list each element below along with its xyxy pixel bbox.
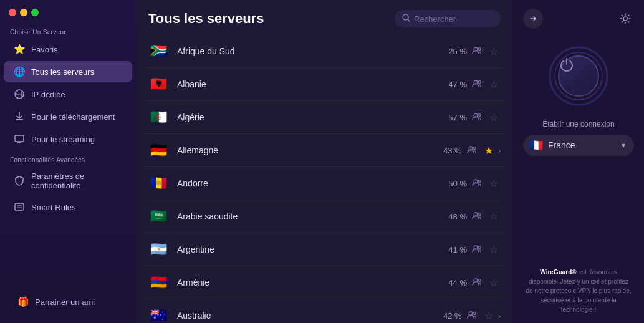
sidebar-item-refer[interactable]: 🎁 Parrainer un ami (7, 291, 128, 312)
server-flag: 🇦🇺 (148, 306, 168, 323)
server-name: Arménie (177, 277, 441, 287)
chevron-down-icon: ▾ (622, 141, 625, 150)
star-button[interactable]: ☆ (484, 310, 493, 322)
traffic-lights (0, 0, 136, 22)
sidebar-item-label: Pour le téléchargement (31, 112, 115, 122)
server-flag: 🇸🇦 (148, 206, 168, 226)
server-flag: 🇩🇿 (148, 107, 168, 127)
connect-button[interactable] (523, 9, 543, 29)
sidebar-item-smart-rules[interactable]: Smart Rules (4, 196, 132, 218)
svg-rect-7 (15, 203, 24, 210)
sidebar-item-label: IP dédiée (31, 90, 65, 99)
server-load: 44 % (441, 278, 467, 287)
server-row[interactable]: 🇸🇦 Arabie saoudite 48 % ☆ (143, 200, 506, 233)
sidebar-item-label: Parrainer un ami (35, 297, 95, 307)
users-icon (472, 178, 482, 188)
server-name: Algérie (177, 112, 441, 122)
svg-point-25 (478, 246, 481, 249)
users-icon (472, 46, 482, 56)
main-header: Tous les serveurs (136, 0, 513, 35)
streaming-icon (14, 133, 25, 145)
star-button[interactable]: ☆ (489, 79, 498, 90)
sidebar-item-download[interactable]: Pour le téléchargement (4, 106, 132, 127)
close-button[interactable] (9, 9, 16, 16)
download-icon (14, 111, 25, 122)
search-icon (402, 14, 410, 24)
users-icon (472, 112, 482, 122)
server-row[interactable]: 🇦🇺 Australie 42 % ☆ › (143, 299, 506, 323)
power-ring (547, 45, 610, 107)
server-name: Argentine (177, 244, 441, 254)
users-icon (467, 311, 477, 321)
expand-icon: › (498, 311, 501, 321)
star-button[interactable]: ☆ (489, 112, 498, 123)
settings-button[interactable] (617, 10, 634, 27)
server-row[interactable]: 🇦🇩 Andorre 50 % ☆ (143, 167, 506, 200)
svg-point-23 (478, 213, 481, 216)
star-button[interactable]: ★ (484, 145, 493, 157)
svg-point-19 (473, 147, 476, 150)
main-content: Tous les serveurs 🇿🇦 Afrique du Sud 25 % (136, 0, 513, 323)
sidebar-item-streaming[interactable]: Pour le streaming (4, 128, 132, 150)
star-button[interactable]: ☆ (489, 211, 498, 223)
right-panel-top (523, 9, 634, 29)
sidebar-item-privacy[interactable]: Paramètres de confidentialité (4, 166, 132, 195)
sidebar-item-favorites[interactable]: ⭐ Favoris (4, 39, 132, 60)
fullscreen-button[interactable] (31, 9, 39, 16)
minimize-button[interactable] (20, 9, 27, 16)
shield-icon (14, 175, 25, 186)
server-name: Andorre (177, 178, 441, 188)
wireguard-info: WireGuard® est désormais disponible. Jet… (523, 268, 634, 314)
sidebar-item-label: Favoris (31, 45, 58, 54)
server-load: 41 % (441, 245, 467, 254)
svg-rect-3 (16, 119, 23, 120)
server-row[interactable]: 🇦🇱 Albanie 47 % ☆ (143, 68, 506, 101)
star-button[interactable]: ☆ (489, 277, 498, 289)
advanced-label: Fonctionnalités Avancées (0, 150, 136, 166)
server-load: 25 % (441, 47, 467, 56)
sidebar-item-label: Smart Rules (31, 203, 76, 212)
server-load: 50 % (441, 179, 467, 188)
server-row[interactable]: 🇩🇿 Algérie 57 % ☆ (143, 101, 506, 134)
server-load: 47 % (441, 80, 467, 89)
svg-point-13 (478, 48, 481, 51)
search-input[interactable] (414, 14, 493, 24)
server-load: 57 % (441, 113, 467, 122)
users-icon (467, 145, 477, 155)
server-list: 🇿🇦 Afrique du Sud 25 % ☆ 🇦🇱 Albanie 47 % (136, 35, 513, 323)
country-flag: 🇫🇷 (529, 138, 543, 152)
power-button[interactable] (558, 55, 599, 97)
server-row[interactable]: 🇦🇲 Arménie 44 % ☆ (143, 266, 506, 299)
users-icon (472, 79, 482, 89)
star-button[interactable]: ☆ (489, 46, 498, 57)
sidebar-item-all-servers[interactable]: 🌐 Tous les serveurs (4, 61, 132, 82)
search-box[interactable] (395, 10, 501, 27)
choose-server-label: Choisir Un Serveur (0, 22, 136, 38)
country-selector[interactable]: 🇫🇷 France ▾ (523, 135, 634, 156)
rules-icon (14, 201, 25, 213)
expand-icon: › (498, 146, 501, 155)
sidebar-item-label: Tous les serveurs (31, 67, 94, 77)
server-row[interactable]: 🇦🇷 Argentine 41 % ☆ (143, 233, 506, 266)
svg-point-29 (473, 312, 476, 315)
sidebar-item-dedicated-ip[interactable]: IP dédiée (4, 84, 132, 105)
server-flag: 🇿🇦 (148, 41, 168, 61)
sidebar-item-label: Paramètres de confidentialité (31, 171, 122, 190)
svg-rect-4 (15, 135, 24, 142)
star-button[interactable]: ☆ (489, 178, 498, 190)
svg-point-15 (478, 81, 481, 84)
server-row[interactable]: 🇿🇦 Afrique du Sud 25 % ☆ (143, 35, 506, 68)
server-flag: 🇩🇪 (148, 140, 168, 160)
star-icon: ⭐ (14, 44, 25, 55)
users-icon (472, 277, 482, 287)
server-name: Allemagne (177, 145, 436, 155)
svg-line-11 (408, 19, 410, 21)
users-icon (472, 211, 482, 221)
server-flag: 🇦🇲 (148, 272, 168, 292)
right-panel: Établir une connexion 🇫🇷 France ▾ WireGu… (513, 0, 644, 323)
server-load: 42 % (436, 311, 462, 321)
server-flag: 🇦🇱 (148, 74, 168, 94)
server-row[interactable]: 🇩🇪 Allemagne 43 % ★ › (143, 134, 506, 167)
svg-point-21 (478, 180, 481, 183)
star-button[interactable]: ☆ (489, 244, 498, 256)
